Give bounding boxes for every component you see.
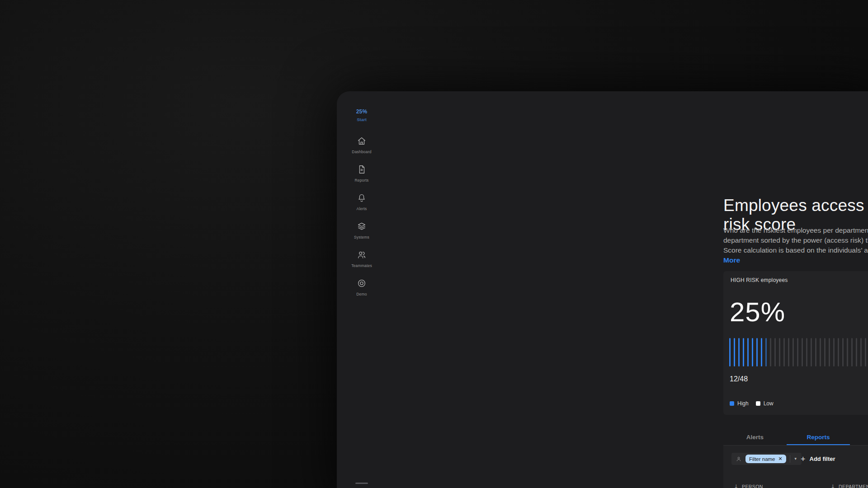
risk-bar-low [774,338,776,366]
risk-bar-low [838,338,839,366]
app-panel: 25% Start DashboardReportsAlertsSystemsT… [337,91,868,488]
risk-bar-low [788,338,789,366]
risk-bar-low [820,338,821,366]
sidebar-item-label: Systems [337,235,387,239]
people-icon [357,250,367,260]
legend-item: High [730,400,749,407]
tab-label: Reports [807,434,830,441]
sort-arrow-icon[interactable]: ↓ [830,483,835,488]
sidebar-item-reports[interactable]: Reports [337,164,387,183]
column-header-2[interactable]: ↓DEPARTMENT [830,483,868,488]
risk-bar-high [761,338,762,366]
column-label: PERSON [742,484,763,488]
risk-bar-low [815,338,816,366]
risk-bar-low [811,338,812,366]
more-link[interactable]: More [723,256,740,264]
risk-bar-low [779,338,780,366]
risk-bar-low [860,338,862,366]
sidebar-item-demo[interactable]: Demo [337,278,387,296]
risk-bar-low [783,338,785,366]
screen: 25% Start DashboardReportsAlertsSystemsT… [0,0,868,488]
sidebar-item-alerts[interactable]: Alerts [337,193,387,211]
remove-filter-icon[interactable]: ✕ [778,456,783,462]
risk-bar-low [802,338,803,366]
risk-bar-high [738,338,740,366]
risk-bar-high [729,338,731,366]
chevron-down-icon[interactable]: ▼ [794,457,797,461]
sidebar-scroll-hint[interactable] [355,483,368,484]
plus-icon: + [801,455,806,463]
add-filter-button[interactable]: + Add filter [801,453,835,465]
risk-bar-low [829,338,830,366]
filter-chip-label: Filter name [749,456,775,462]
progress-value: 25% [337,108,387,115]
legend-swatch [730,401,734,406]
high-risk-ratio: 12/48 [730,375,748,383]
eye-icon [357,278,367,288]
filter-chip[interactable]: Filter name ✕ [745,455,786,463]
sidebar-item-systems[interactable]: Systems [337,221,387,239]
risk-bar-low [856,338,857,366]
sidebar-item-label: Dashboard [337,150,387,154]
document-icon [357,164,367,174]
filter-divider [790,455,790,463]
page-description-text: Who are the riskiest employees per depar… [723,226,868,254]
tab-bar: AlertsReports [723,428,850,446]
sidebar-item-label: Teammates [337,263,387,268]
layers-icon [357,221,367,231]
filter-group[interactable]: Filter name ✕ ▼ [731,453,802,465]
risk-bar-low [797,338,798,366]
risk-bar-low [851,338,853,366]
bell-icon [357,193,367,203]
sidebar-item-label: Reports [337,178,387,183]
sidebar-item-dashboard[interactable]: Dashboard [337,136,387,154]
column-label: DEPARTMENT [839,484,868,488]
legend-label: Low [764,400,774,407]
person-icon [736,456,742,462]
high-risk-percent: 25% [730,296,785,328]
onboarding-progress[interactable]: 25% Start [337,108,387,122]
legend-label: High [737,400,749,407]
sidebar-item-label: Alerts [337,206,387,211]
risk-bar-low [847,338,848,366]
risk-bar-high [743,338,744,366]
card-title: HIGH RISK employees [731,277,788,283]
risk-bar-high [756,338,758,366]
reports-table-panel: Filter name ✕ ▼ + Add filter ↓PERSON↓DEP… [723,446,868,488]
high-risk-employees-card: HIGH RISK employees i 25% 12/48 HighLow [723,271,868,415]
risk-bar-high [747,338,749,366]
risk-bar-strip [729,338,868,366]
progress-label: Start [337,117,387,122]
home-icon [357,136,367,146]
risk-bar-low [842,338,844,366]
legend-swatch [756,401,760,406]
risk-bar-low [833,338,835,366]
column-header-1[interactable]: ↓PERSON [734,483,763,488]
sidebar: 25% Start DashboardReportsAlertsSystemsT… [337,91,387,488]
risk-bar-high [734,338,735,366]
risk-bar-low [793,338,794,366]
risk-bar-low [806,338,807,366]
legend-item: Low [756,400,774,407]
risk-bar-low [770,338,771,366]
tab-reports[interactable]: Reports [787,428,850,446]
add-filter-label: Add filter [810,455,835,462]
tab-alerts[interactable]: Alerts [723,428,787,446]
sidebar-item-teammates[interactable]: Teammates [337,250,387,268]
sort-arrow-icon[interactable]: ↓ [734,483,738,488]
tab-label: Alerts [746,434,764,441]
page-description: Who are the riskiest employees per depar… [723,225,868,265]
risk-bar-low [765,338,767,366]
high-risk-legend: HighLow [730,400,774,407]
sidebar-item-label: Demo [337,292,387,296]
table-header: ↓PERSON↓DEPARTMENT↓Position↓EMPLOYMENT S… [723,481,868,488]
risk-bar-low [865,338,866,366]
risk-bar-high [752,338,753,366]
risk-bar-low [824,338,826,366]
